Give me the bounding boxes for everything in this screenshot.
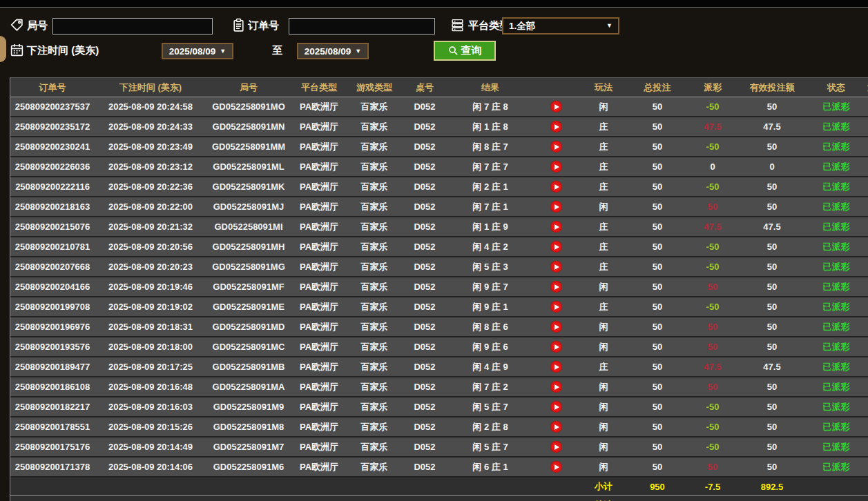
cell-total-bet: 50 — [628, 317, 687, 337]
grand-total-row-cell — [10, 496, 95, 501]
cell-game-type: 百家乐 — [347, 397, 401, 417]
play-video-icon[interactable] — [550, 441, 562, 453]
cell-total-bet: 50 — [628, 197, 687, 217]
cell-round-no: GD052258091MN — [206, 117, 291, 137]
play-video-icon[interactable] — [550, 321, 562, 333]
cell-payout: -50 — [687, 397, 738, 417]
cell-round-no: GD052258091M7 — [206, 437, 291, 457]
collapse-panel-handle[interactable] — [0, 36, 6, 62]
play-video-icon[interactable] — [550, 421, 562, 433]
grand-total-row-cell: -7.5 — [687, 496, 738, 501]
bet-row: 2508092002150762025-08-09 20:21:32GD0522… — [10, 217, 868, 237]
cell-table-no: D052 — [401, 437, 448, 457]
play-video-icon[interactable] — [550, 341, 562, 353]
play-video-icon[interactable] — [550, 401, 562, 413]
cell-bet-time: 2025-08-09 20:16:03 — [95, 397, 206, 417]
cell-round-no: GD052258091MO — [206, 97, 291, 117]
subtotal-row-cell — [806, 477, 867, 496]
cell-bet-time: 2025-08-09 20:19:46 — [95, 277, 206, 297]
play-video-icon[interactable] — [550, 221, 562, 233]
cell-order-no: 250809200210781 — [10, 237, 95, 257]
table-header-row: 订单号下注时间 (美东)局号平台类型游戏类型桌号结果玩法总投注派彩有效投注额状态… — [10, 78, 868, 97]
cell-bet-time: 2025-08-09 20:23:49 — [95, 137, 206, 157]
cell-table-no: D052 — [401, 237, 448, 257]
cell-side: 庄 — [579, 157, 628, 177]
order-no-input[interactable] — [289, 18, 435, 35]
cell-status: 已派彩 — [806, 97, 867, 117]
cell-side: 闲 — [579, 397, 628, 417]
cell-replay — [532, 277, 579, 297]
play-video-icon[interactable] — [550, 121, 562, 132]
cell-table-no: D052 — [401, 317, 448, 337]
play-video-icon[interactable] — [550, 361, 562, 373]
round-no-input[interactable] — [52, 18, 213, 35]
play-video-icon[interactable] — [550, 161, 562, 173]
cell-status: 已派彩 — [806, 117, 867, 137]
platform-type-select[interactable]: 1.全部 ▼ — [502, 17, 619, 35]
play-video-icon[interactable] — [550, 181, 562, 193]
grand-total-row: 总计950-7.5892.5 — [10, 496, 868, 501]
cell-total-bet: 50 — [628, 237, 687, 257]
date-to-select[interactable]: 2025/08/09 ▼ — [297, 43, 369, 59]
query-button[interactable]: 查询 — [434, 41, 496, 61]
cell-platform: PA欧洲厅 — [291, 157, 347, 177]
bet-row: 2508092002181632025-08-09 20:22:00GD0522… — [10, 197, 868, 217]
subtotal-row-cell — [448, 477, 532, 496]
bet-row: 2508092001935762025-08-09 20:18:00GD0522… — [10, 337, 868, 357]
cell-order-no: 250809200193576 — [10, 337, 95, 357]
grand-total-row-cell — [806, 496, 867, 501]
cell-order-no: 250809200207668 — [10, 257, 95, 277]
clipboard-icon — [231, 18, 246, 32]
cell-valid-bet: 50 — [738, 237, 806, 257]
cell-platform: PA欧洲厅 — [291, 197, 347, 217]
cell-side: 庄 — [579, 137, 628, 157]
play-video-icon[interactable] — [550, 461, 562, 473]
cell-bet-time: 2025-08-09 20:21:32 — [95, 217, 206, 237]
cell-valid-bet: 50 — [738, 197, 806, 217]
cell-replay — [532, 377, 579, 397]
date-from-select[interactable]: 2025/08/09 ▼ — [162, 43, 233, 59]
cell-table-no: D052 — [401, 157, 448, 177]
play-video-icon[interactable] — [550, 241, 562, 253]
cell-order-no: 250809200186108 — [10, 377, 95, 397]
cell-side: 庄 — [579, 257, 628, 277]
cell-total-bet: 50 — [628, 277, 687, 297]
column-header: 订单号 — [10, 78, 95, 97]
play-video-icon[interactable] — [550, 381, 562, 393]
cell-game-type: 百家乐 — [347, 97, 401, 117]
cell-round-no: GD052258091MM — [206, 137, 291, 157]
cell-total-bet: 50 — [628, 177, 687, 197]
grand-total-row-cell — [206, 496, 291, 501]
cell-bet-time: 2025-08-09 20:20:23 — [95, 257, 206, 277]
cell-game-type: 百家乐 — [347, 117, 401, 137]
play-video-icon[interactable] — [550, 281, 562, 293]
cell-result: 闲 5 庄 7 — [448, 437, 532, 457]
cell-side: 庄 — [579, 357, 628, 377]
subtotal-row-cell — [291, 477, 347, 496]
cell-payout: 50 — [687, 317, 738, 337]
grand-total-row-cell — [95, 496, 206, 501]
cell-table-no: D052 — [401, 137, 448, 157]
cell-replay — [532, 397, 579, 417]
bet-row: 2508092002351722025-08-09 20:24:33GD0522… — [10, 117, 868, 137]
play-video-icon[interactable] — [550, 261, 562, 273]
cell-replay — [532, 417, 579, 437]
cell-total-bet: 50 — [628, 257, 687, 277]
cell-order-no: 250809200204166 — [10, 277, 95, 297]
cell-round-no: GD052258091MD — [206, 317, 291, 337]
cell-platform: PA欧洲厅 — [291, 457, 347, 477]
cell-order-no: 250809200222116 — [10, 177, 95, 197]
grand-total-row-cell — [448, 496, 532, 501]
play-video-icon[interactable] — [550, 101, 562, 112]
cell-valid-bet: 50 — [738, 277, 806, 297]
play-video-icon[interactable] — [550, 301, 562, 313]
cell-valid-bet: 50 — [738, 137, 806, 157]
play-video-icon[interactable] — [550, 141, 562, 153]
cell-status: 已派彩 — [806, 297, 867, 317]
cell-bet-time: 2025-08-09 20:24:58 — [95, 97, 206, 117]
play-video-icon[interactable] — [550, 201, 562, 213]
cell-side: 闲 — [579, 317, 628, 337]
column-header: 下注时间 (美东) — [95, 78, 206, 97]
cell-payout: -50 — [687, 237, 738, 257]
cell-platform: PA欧洲厅 — [291, 317, 347, 337]
